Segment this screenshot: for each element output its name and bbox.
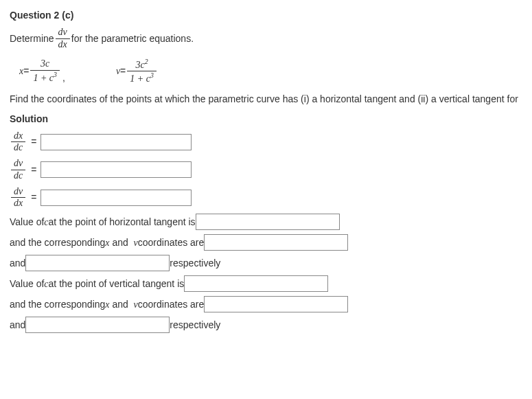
intro-post: for the parametric equations. — [71, 32, 194, 46]
dvdx-num: dv — [11, 186, 25, 198]
and-word2: and — [110, 297, 134, 312]
and-word: and — [110, 236, 134, 250]
intro-line: Determine dv dx for the parametric equat… — [10, 27, 522, 51]
resp-txt2: respectively — [170, 318, 220, 332]
x-num: 3c — [30, 58, 60, 71]
vert-c-input[interactable] — [184, 275, 328, 292]
dxdc-row: dx dc = — [10, 130, 522, 155]
vert-xy-line: and the corresponding x and v coordinate… — [10, 296, 522, 312]
v-den-sup: 3 — [150, 71, 154, 79]
frac-num: dv — [56, 27, 70, 39]
txt2: at the point of horizontal tangent is — [49, 215, 196, 229]
dvdc-input[interactable] — [41, 161, 192, 178]
v-den: 1 + c3 — [127, 71, 157, 84]
horiz-x-input[interactable] — [204, 234, 348, 251]
txt: Value of — [10, 277, 44, 291]
horiz-v-input[interactable] — [25, 255, 170, 271]
txt: and the corresponding — [10, 297, 105, 312]
and-txt2: and — [10, 318, 25, 332]
v-eq: = — [120, 64, 126, 78]
instruction: Find the coordinates of the points at wh… — [10, 92, 522, 106]
x-den-pre: 1 + c — [33, 72, 54, 82]
dvdc-num: dv — [11, 158, 25, 170]
dvdc-row: dv dc = — [10, 158, 522, 182]
dvdx-row: dv dx = — [10, 186, 522, 210]
vert-and-line: and respectively — [10, 317, 522, 333]
v-den-pre: 1 + c — [130, 73, 150, 84]
v-num-sup: 2 — [145, 58, 148, 65]
dxdc-input[interactable] — [41, 134, 192, 150]
v-frac: 3c2 1 + c3 — [127, 58, 157, 85]
eq-sign-3: = — [31, 190, 36, 205]
horiz-and-line: and respectively — [10, 255, 522, 271]
solution-label: Solution — [10, 112, 522, 126]
dvdx-input[interactable] — [41, 190, 192, 206]
frac-dxdc: dx dc — [11, 130, 25, 155]
txt: Value of — [10, 215, 44, 229]
frac-dvdx: dv dx — [56, 27, 70, 51]
horiz-xy-line: and the corresponding x and v coordinate… — [10, 234, 522, 251]
vert-c-line: Value of c at the point of vertical tang… — [10, 275, 522, 292]
txt2: at the point of vertical tangent is — [49, 277, 185, 291]
txt2: coordinates are — [138, 236, 205, 250]
dxdc-num: dx — [11, 130, 25, 143]
txt2: coordinates are — [138, 297, 205, 312]
frac-den: dx — [56, 39, 70, 51]
and-txt: and — [10, 256, 25, 271]
x-eq: = — [23, 64, 29, 78]
intro-pre: Determine — [10, 32, 54, 46]
parametric-equations: x = 3c 1 + c3 , v = 3c2 1 + c3 — [19, 58, 522, 85]
comma: , — [62, 71, 65, 85]
dvdc-den: dc — [11, 170, 25, 182]
horiz-c-input[interactable] — [196, 214, 340, 230]
v-num: 3c2 — [127, 58, 157, 71]
horiz-c-line: Value of c at the point of horizontal ta… — [10, 214, 522, 230]
txt: and the corresponding — [10, 236, 105, 250]
x-den-sup: 3 — [54, 71, 57, 78]
frac-dvdx2: dv dx — [11, 186, 25, 210]
x-den: 1 + c3 — [30, 71, 60, 84]
eq-sign-1: = — [31, 135, 36, 149]
x-frac: 3c 1 + c3 — [30, 58, 60, 84]
frac-dvdc: dv dc — [11, 158, 25, 182]
question-title: Question 2 (c) — [10, 8, 522, 23]
eq-sign-2: = — [31, 163, 36, 177]
dxdc-den: dc — [11, 142, 25, 154]
resp-txt: respectively — [170, 256, 220, 271]
vert-x-input[interactable] — [204, 296, 348, 312]
dvdx-den: dx — [11, 198, 25, 209]
vert-v-input[interactable] — [25, 317, 170, 333]
v-num-pre: 3c — [136, 59, 145, 69]
